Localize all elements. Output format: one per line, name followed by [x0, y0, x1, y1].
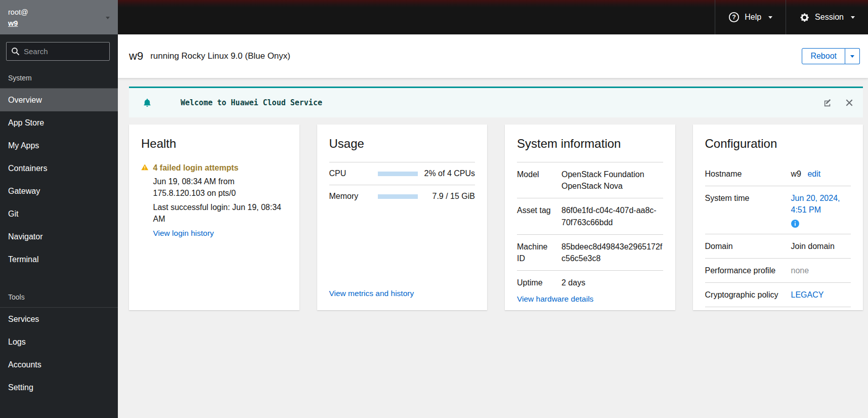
- nav-section-title: System: [0, 69, 118, 89]
- health-card: Health 4 failed login attempts Jun 19, 0…: [129, 124, 299, 310]
- ssh-keys-row: Secure shell keys Show fingerprints: [705, 307, 851, 310]
- page-header: w9 running Rocky Linux 9.0 (Blue Onyx) R…: [118, 34, 868, 78]
- hostname-label: Hostname: [705, 168, 785, 180]
- sidebar-item-containers[interactable]: Containers: [0, 157, 118, 180]
- performance-profile-value: none: [791, 265, 851, 276]
- nav-section-tools: Tools Services Logs Accounts Setting: [0, 288, 118, 399]
- system-time-label: System time: [705, 192, 785, 227]
- cockpit-app: root@ w9 ? Help Session System Overview …: [0, 0, 868, 418]
- performance-profile-row: Performance profile none: [705, 259, 851, 283]
- view-hardware-details-link[interactable]: View hardware details: [517, 295, 593, 303]
- view-login-history-link[interactable]: View login history: [153, 228, 214, 239]
- chevron-down-icon: [106, 17, 110, 19]
- cpu-usage-row: CPU 2% of 4 CPUs: [329, 162, 475, 185]
- model-value: OpenStack Foundation OpenStack Nova: [561, 169, 663, 192]
- configuration-card: Configuration Hostname w9 edit System ti…: [693, 124, 863, 310]
- cpu-usage-value: 2% of 4 CPUs: [418, 169, 475, 178]
- model-row: Model OpenStack Foundation OpenStack Nov…: [517, 162, 663, 198]
- help-label: Help: [745, 13, 761, 22]
- memory-label: Memory: [329, 192, 378, 201]
- health-card-title: Health: [141, 137, 287, 151]
- system-information-title: System information: [517, 137, 663, 151]
- sidebar-item-logs[interactable]: Logs: [0, 330, 118, 353]
- reboot-split-button: Reboot: [802, 48, 860, 64]
- user-name: root@: [8, 7, 28, 18]
- sidebar-nav: System Overview App Store My Apps Contai…: [0, 64, 118, 399]
- usage-card: Usage CPU 2% of 4 CPUs Memory 7.9 / 15 G…: [317, 124, 488, 310]
- edit-icon: [823, 98, 833, 108]
- sidebar-item-setting[interactable]: Setting: [0, 376, 118, 399]
- session-label: Session: [815, 13, 844, 22]
- os-description: running Rocky Linux 9.0 (Blue Onyx): [150, 51, 290, 61]
- warning-icon: [141, 163, 149, 172]
- reboot-button[interactable]: Reboot: [802, 48, 845, 64]
- user-hostname[interactable]: w9: [8, 18, 28, 29]
- overview-cards: Health 4 failed login attempts Jun 19, 0…: [129, 124, 863, 310]
- sidebar-item-accounts[interactable]: Accounts: [0, 353, 118, 376]
- motd-banner: Welcome to Huawei Cloud Service: [129, 87, 863, 117]
- asset-tag-value: 86f0e1fd-c04c-407d-aa8c-70f763c66bdd: [561, 204, 663, 228]
- machine-id-row: Machine ID 85bdeec8d49843e2965172fc56c5e…: [517, 234, 663, 270]
- edit-hostname-link[interactable]: edit: [807, 170, 820, 178]
- machine-id-label: Machine ID: [517, 241, 555, 264]
- crypto-policy-row: Cryptographic policy LEGACY: [705, 283, 851, 307]
- gear-icon: [799, 12, 810, 23]
- motd-message: Welcome to Huawei Cloud Service: [181, 98, 322, 107]
- usage-card-title: Usage: [329, 137, 475, 151]
- failed-logins-title: 4 failed login attempts: [153, 162, 287, 174]
- sidebar-item-services[interactable]: Services: [0, 308, 118, 330]
- chevron-down-icon: [850, 55, 854, 58]
- sidebar-item-terminal[interactable]: Terminal: [0, 248, 118, 271]
- domain-label: Domain: [705, 240, 785, 252]
- last-login-detail: Last successful login: Jun 19, 08:34 AM: [153, 201, 287, 225]
- sidebar-item-git[interactable]: Git: [0, 202, 118, 225]
- main-area: w9 running Rocky Linux 9.0 (Blue Onyx) R…: [118, 34, 868, 418]
- help-icon: ?: [728, 12, 740, 23]
- bell-icon: [142, 97, 152, 108]
- page-title: w9: [129, 50, 143, 63]
- configuration-title: Configuration: [705, 137, 851, 151]
- search-input[interactable]: [6, 42, 110, 61]
- svg-text:?: ?: [732, 14, 736, 21]
- sidebar-item-navigator[interactable]: Navigator: [0, 225, 118, 248]
- model-label: Model: [517, 169, 555, 192]
- close-banner-button[interactable]: [845, 98, 854, 107]
- info-icon[interactable]: [791, 220, 799, 228]
- crypto-policy-link[interactable]: LEGACY: [791, 290, 824, 299]
- view-metrics-link[interactable]: View metrics and history: [329, 289, 414, 298]
- failed-logins-detail: Jun 19, 08:34 AM from 175.8.120.103 on p…: [153, 176, 287, 199]
- cpu-progress-bar: [378, 172, 418, 176]
- uptime-label: Uptime: [517, 277, 555, 288]
- domain-row: Domain Join domain: [705, 234, 851, 259]
- performance-profile-label: Performance profile: [705, 265, 785, 276]
- user-menu[interactable]: root@ w9: [0, 0, 118, 34]
- close-icon: [846, 99, 853, 106]
- cpu-label: CPU: [329, 169, 378, 178]
- memory-usage-value: 7.9 / 15 GiB: [418, 192, 475, 201]
- sidebar-item-gateway[interactable]: Gateway: [0, 180, 118, 202]
- join-domain-button[interactable]: Join domain: [791, 240, 851, 252]
- system-time-row: System time Jun 20, 2024, 4:51 PM: [705, 186, 851, 234]
- search-icon: [11, 47, 20, 56]
- edit-motd-button[interactable]: [822, 97, 834, 109]
- help-menu[interactable]: ? Help: [715, 0, 786, 34]
- hostname-row: Hostname w9 edit: [705, 162, 851, 186]
- nav-section-system: System Overview App Store My Apps Contai…: [0, 69, 118, 271]
- system-time-link[interactable]: Jun 20, 2024, 4:51 PM: [791, 194, 840, 214]
- asset-tag-row: Asset tag 86f0e1fd-c04c-407d-aa8c-70f763…: [517, 198, 663, 234]
- hostname-value: w9: [791, 170, 801, 178]
- sidebar-item-my-apps[interactable]: My Apps: [0, 134, 118, 157]
- sidebar-item-app-store[interactable]: App Store: [0, 111, 118, 134]
- asset-tag-label: Asset tag: [517, 204, 555, 228]
- reboot-dropdown-toggle[interactable]: [845, 48, 860, 64]
- memory-usage-row: Memory 7.9 / 15 GiB: [329, 185, 475, 207]
- machine-id-value: 85bdeec8d49843e2965172fc56c5e3c8: [561, 241, 663, 264]
- masthead: ? Help Session: [118, 0, 868, 34]
- session-menu[interactable]: Session: [786, 0, 868, 34]
- overview-content: Welcome to Huawei Cloud Service Health: [118, 78, 868, 418]
- crypto-policy-label: Cryptographic policy: [705, 289, 785, 301]
- sidebar: System Overview App Store My Apps Contai…: [0, 34, 118, 418]
- sidebar-item-overview[interactable]: Overview: [0, 89, 118, 111]
- uptime-value: 2 days: [561, 277, 663, 288]
- chevron-down-icon: [851, 16, 855, 19]
